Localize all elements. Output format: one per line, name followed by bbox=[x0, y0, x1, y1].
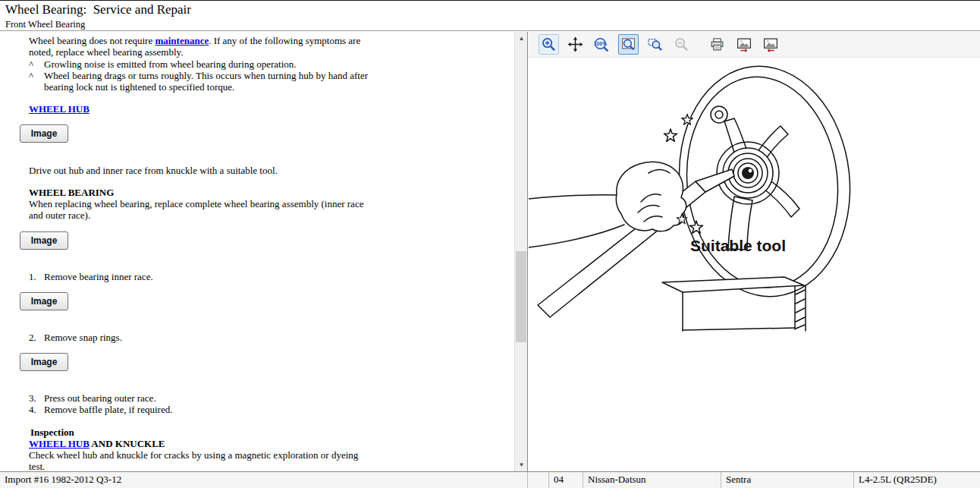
image-button-3[interactable]: Image bbox=[20, 292, 68, 310]
step-3: 3. Press out bearing outer race. bbox=[29, 392, 514, 404]
pan-icon[interactable] bbox=[565, 34, 586, 55]
wheel-bearing-paragraph: When replacing wheel bearing, replace co… bbox=[29, 198, 372, 221]
status-import-info: Import #16 1982-2012 Q3-12 bbox=[0, 472, 527, 488]
document-pane: Wheel bearing does not require maintenan… bbox=[0, 32, 528, 471]
fit-to-window-icon[interactable] bbox=[618, 34, 639, 55]
page-title: Wheel Bearing: Service and Repair bbox=[5, 2, 191, 17]
step-text: Remove baffle plate, if required. bbox=[44, 404, 172, 415]
viewer-toolbar: 100% bbox=[529, 32, 980, 58]
bullet-marker: ^ bbox=[29, 70, 44, 93]
status-engine: L4-2.5L (QR25DE) bbox=[853, 472, 980, 488]
wheel-hub-link[interactable]: WHEEL HUB bbox=[29, 103, 90, 115]
image-button-2[interactable]: Image bbox=[20, 231, 68, 250]
wheel-hub-link-2[interactable]: WHEEL HUB bbox=[29, 438, 90, 449]
scroll-down-button[interactable]: ▼ bbox=[515, 458, 528, 471]
figure-label: Suitable tool bbox=[690, 237, 786, 254]
scrollbar-thumb[interactable] bbox=[516, 251, 526, 342]
step-number: 3. bbox=[29, 392, 44, 404]
zoom-in-icon[interactable] bbox=[539, 34, 559, 55]
image-button-1[interactable]: Image bbox=[20, 124, 68, 143]
status-year: 04 bbox=[548, 472, 583, 488]
inspection-link-row: WHEEL HUB AND KNUCKLE bbox=[29, 438, 372, 449]
step-number: 4. bbox=[29, 404, 44, 415]
document-content: Wheel bearing does not require maintenan… bbox=[0, 32, 514, 471]
bullet-text: Growling noise is emitted from wheel bea… bbox=[44, 58, 297, 70]
symptom-list: ^ Growling noise is emitted from wheel b… bbox=[0, 58, 514, 93]
step-text: Remove bearing inner race. bbox=[44, 271, 153, 282]
figure-canvas[interactable]: Suitable tool bbox=[529, 58, 980, 471]
intro-paragraph: Wheel bearing does not require maintenan… bbox=[29, 35, 372, 58]
wheel-hub-link-row: WHEEL HUB bbox=[29, 103, 372, 115]
list-item: ^ Growling noise is emitted from wheel b… bbox=[29, 58, 514, 70]
export-image-icon[interactable] bbox=[760, 34, 781, 55]
inspection-paragraph: Check wheel hub and knuckle for cracks b… bbox=[29, 449, 372, 471]
document-scrollbar[interactable]: ▲ ▼ bbox=[514, 32, 527, 471]
drive-out-paragraph: Drive out hub and inner race from knuckl… bbox=[29, 165, 372, 176]
step-text: Press out bearing outer race. bbox=[44, 392, 156, 404]
image-button-4[interactable]: Image bbox=[20, 353, 68, 371]
wheel-bearing-heading: WHEEL BEARING bbox=[29, 187, 514, 198]
step-2: 2. Remove snap rings. bbox=[29, 332, 514, 343]
inspection-heading: Inspection bbox=[30, 427, 514, 438]
zoom-out-icon[interactable] bbox=[671, 34, 692, 55]
status-model: Sentra bbox=[721, 472, 853, 488]
status-bar: Import #16 1982-2012 Q3-12 04 Nissan-Dat… bbox=[0, 471, 980, 488]
maintenance-link[interactable]: maintenance bbox=[155, 35, 209, 46]
bullet-marker: ^ bbox=[29, 58, 44, 70]
status-spacer bbox=[527, 472, 548, 488]
page-subtitle: Front Wheel Bearing bbox=[5, 19, 85, 30]
status-make: Nissan-Datsun bbox=[583, 472, 721, 488]
step-1: 1. Remove bearing inner race. bbox=[29, 271, 514, 282]
intro-text-pre: Wheel bearing does not require bbox=[29, 35, 155, 46]
copy-image-icon[interactable] bbox=[733, 34, 754, 55]
zoom-window-icon[interactable] bbox=[645, 34, 665, 55]
scroll-up-button[interactable]: ▲ bbox=[515, 32, 528, 45]
step-number: 2. bbox=[29, 332, 44, 343]
step-number: 1. bbox=[29, 271, 44, 282]
svg-text:100%: 100% bbox=[594, 41, 607, 46]
wheel-bearing-figure: Suitable tool bbox=[529, 58, 980, 472]
zoom-100-icon[interactable]: 100% bbox=[592, 34, 612, 55]
inspection-link-suffix: AND KNUCKLE bbox=[90, 438, 165, 449]
step-4: 4. Remove baffle plate, if required. bbox=[29, 404, 514, 415]
bullet-text: Wheel bearing drags or turns roughly. Th… bbox=[44, 70, 382, 93]
print-icon[interactable] bbox=[707, 34, 727, 55]
list-item: ^ Wheel bearing drags or turns roughly. … bbox=[29, 70, 514, 93]
header: Wheel Bearing: Service and Repair Front … bbox=[0, 1, 980, 31]
image-viewer-pane: 100% bbox=[529, 32, 980, 471]
step-text: Remove snap rings. bbox=[44, 332, 122, 343]
